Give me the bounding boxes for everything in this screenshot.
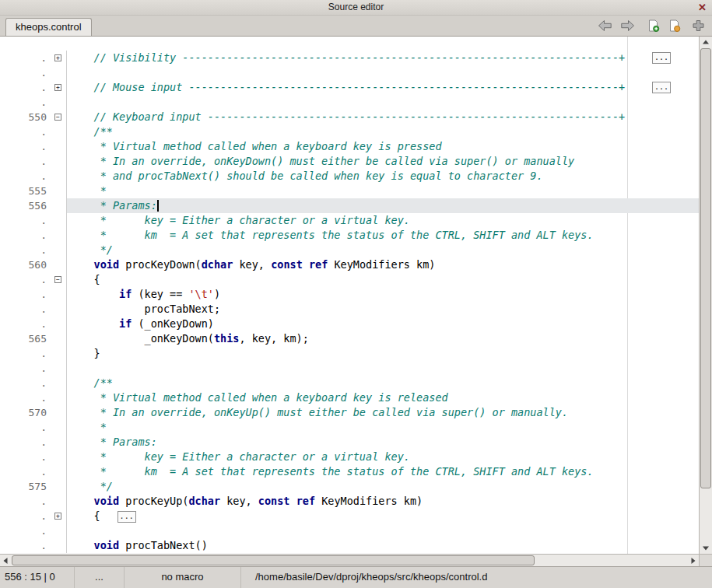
- close-icon[interactable]: ✕: [698, 0, 707, 15]
- code-line[interactable]: .+ // Mouse input ----------------------…: [0, 80, 699, 95]
- fold-gutter[interactable]: +: [51, 80, 67, 95]
- code-line[interactable]: .: [0, 95, 699, 110]
- code-text[interactable]: // Visibility --------------------------…: [67, 51, 699, 65]
- code-text[interactable]: * In an override, onKeyUp() must either …: [67, 405, 699, 420]
- code-text[interactable]: procTabNext;: [67, 302, 699, 317]
- fold-expand-icon[interactable]: +: [54, 54, 61, 61]
- titlebar[interactable]: Source editor ✕: [0, 0, 712, 16]
- code-line[interactable]: 560 void procKeyDown(dchar key, const re…: [0, 257, 699, 272]
- line-number: .: [0, 154, 51, 169]
- code-text[interactable]: }: [67, 346, 699, 361]
- code-line[interactable]: .+ {...: [0, 509, 699, 523]
- code-text[interactable]: * key = Either a character or a virtual …: [67, 213, 699, 228]
- code-line[interactable]: . void procTabNext(): [0, 538, 699, 553]
- code-line[interactable]: . }: [0, 346, 699, 361]
- code-line[interactable]: 565 _onKeyDown(this, key, km);: [0, 331, 699, 346]
- folded-code-box[interactable]: ...: [652, 52, 671, 64]
- code-line[interactable]: . /**: [0, 124, 699, 139]
- vertical-scrollbar[interactable]: [699, 37, 712, 554]
- vertical-scroll-thumb[interactable]: [700, 48, 711, 488]
- code-text[interactable]: *: [67, 184, 699, 198]
- code-text[interactable]: * Params:: [67, 198, 699, 213]
- code-text[interactable]: /**: [67, 124, 699, 139]
- fold-gutter[interactable]: +: [51, 51, 67, 65]
- code-text[interactable]: * Virtual method called when a keyboard …: [67, 139, 699, 154]
- code-text[interactable]: // Mouse input -------------------------…: [67, 80, 699, 95]
- detach-button[interactable]: [693, 20, 704, 32]
- code-line[interactable]: . * km = A set that represents the statu…: [0, 464, 699, 479]
- code-line[interactable]: .: [0, 361, 699, 376]
- code-text[interactable]: * Params:: [67, 435, 699, 450]
- document-state-button[interactable]: [668, 19, 681, 33]
- code-text[interactable]: _onKeyDown(this, key, km);: [67, 331, 699, 346]
- code-text[interactable]: * key = Either a character or a virtual …: [67, 450, 699, 464]
- go-back-button[interactable]: [598, 20, 612, 32]
- code-line[interactable]: .− {: [0, 272, 699, 287]
- folded-code-box[interactable]: ...: [652, 82, 671, 93]
- code-text[interactable]: // Keyboard input ----------------------…: [67, 110, 699, 124]
- fold-expand-icon[interactable]: +: [54, 84, 61, 91]
- code-text[interactable]: *: [67, 420, 699, 435]
- code-text[interactable]: * Virtual method called when a keyboard …: [67, 390, 699, 405]
- go-forward-button[interactable]: [620, 20, 635, 32]
- code-line[interactable]: 555 *: [0, 184, 699, 198]
- scroll-right-icon[interactable]: [687, 555, 699, 566]
- code-line[interactable]: . */: [0, 243, 699, 257]
- code-text[interactable]: * km = A set that represents the status …: [67, 464, 699, 479]
- new-document-button[interactable]: [647, 19, 660, 33]
- code-text[interactable]: {...: [67, 509, 699, 523]
- horizontal-scrollbar[interactable]: [0, 555, 699, 566]
- code-line[interactable]: .: [0, 65, 699, 80]
- code-line[interactable]: . if (_onKeyDown): [0, 317, 699, 331]
- code-line[interactable]: . * Virtual method called when a keyboar…: [0, 390, 699, 405]
- code-line[interactable]: 550− // Keyboard input -----------------…: [0, 110, 699, 124]
- code-line[interactable]: . * key = Either a character or a virtua…: [0, 213, 699, 228]
- horizontal-scroll-thumb[interactable]: [12, 555, 535, 565]
- code-line[interactable]: .+ // Visibility -----------------------…: [0, 51, 699, 65]
- editor-area[interactable]: .+ // Visibility -----------------------…: [0, 37, 712, 554]
- fold-expand-icon[interactable]: +: [54, 513, 61, 520]
- code-text[interactable]: [67, 65, 699, 80]
- fold-gutter[interactable]: +: [51, 509, 67, 523]
- code-text[interactable]: * In an override, onKeyDown() must eithe…: [67, 154, 699, 169]
- code-text[interactable]: {: [67, 272, 699, 287]
- code-line[interactable]: 556 * Params:: [0, 198, 699, 213]
- code-line[interactable]: . * Virtual method called when a keyboar…: [0, 139, 699, 154]
- code-line[interactable]: 575 */: [0, 479, 699, 494]
- fold-gutter[interactable]: −: [51, 272, 67, 287]
- code-line[interactable]: . * Params:: [0, 435, 699, 450]
- code-text[interactable]: if (key == '\t'): [67, 287, 699, 302]
- code-text[interactable]: */: [67, 243, 699, 257]
- code-line[interactable]: . * key = Either a character or a virtua…: [0, 450, 699, 464]
- code-line[interactable]: . /**: [0, 376, 699, 390]
- fold-collapse-icon[interactable]: −: [54, 114, 61, 121]
- code-line[interactable]: . procTabNext;: [0, 302, 699, 317]
- code-line[interactable]: . if (key == '\t'): [0, 287, 699, 302]
- code-line[interactable]: .: [0, 523, 699, 538]
- code-text[interactable]: if (_onKeyDown): [67, 317, 699, 331]
- fold-gutter[interactable]: −: [51, 110, 67, 124]
- code-text[interactable]: */: [67, 479, 699, 494]
- code-text[interactable]: [67, 95, 699, 110]
- code-text[interactable]: void procKeyDown(dchar key, const ref Ke…: [67, 257, 699, 272]
- tab-kheops-control[interactable]: kheops.control: [5, 18, 92, 36]
- code-text[interactable]: [67, 361, 699, 376]
- code-text[interactable]: * km = A set that represents the status …: [67, 228, 699, 243]
- code-text[interactable]: void procKeyUp(dchar key, const ref KeyM…: [67, 494, 699, 509]
- fold-collapse-icon[interactable]: −: [54, 276, 61, 283]
- code-line[interactable]: . * km = A set that represents the statu…: [0, 228, 699, 243]
- code-text[interactable]: void procTabNext(): [67, 538, 699, 553]
- scroll-up-icon[interactable]: [700, 37, 712, 48]
- scroll-down-icon[interactable]: [700, 542, 712, 554]
- code-text[interactable]: /**: [67, 376, 699, 390]
- code-text[interactable]: * and procTabNext() should be called whe…: [67, 169, 699, 184]
- code-line[interactable]: . *: [0, 420, 699, 435]
- code-line[interactable]: . * and procTabNext() should be called w…: [0, 169, 699, 184]
- scroll-left-icon[interactable]: [0, 555, 12, 566]
- code-text[interactable]: [67, 523, 699, 538]
- code-line[interactable]: 570 * In an override, onKeyUp() must eit…: [0, 405, 699, 420]
- folded-code-box[interactable]: ...: [117, 511, 136, 523]
- code-line[interactable]: . void procKeyUp(dchar key, const ref Ke…: [0, 494, 699, 509]
- code-line[interactable]: . * In an override, onKeyDown() must eit…: [0, 154, 699, 169]
- horizontal-scroll-track[interactable]: [12, 555, 687, 566]
